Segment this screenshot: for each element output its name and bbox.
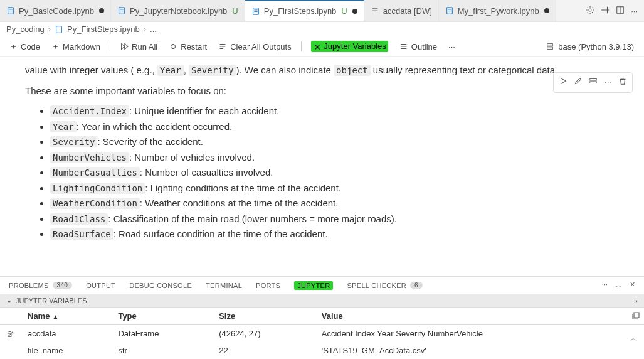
panel-tab-output[interactable]: OUTPUT — [86, 282, 115, 289]
edit-icon[interactable] — [574, 75, 583, 90]
list-item: LightingCondition: Lighting conditions a… — [50, 181, 619, 196]
text: : Unique identifier for each accident. — [129, 105, 279, 116]
chevron-up-icon[interactable]: ︿ — [630, 333, 638, 344]
tab-basiccode[interactable]: Py_BasicCode.ipynb — [0, 0, 111, 21]
label: Clear All Outputs — [230, 42, 292, 51]
breadcrumb: Py_coding › Py_FirstSteps.ipynb › ... — [0, 22, 644, 36]
label: Jupyter Variables — [324, 41, 386, 51]
restore-icon[interactable] — [631, 310, 641, 320]
notebook-content[interactable]: ··· value with integer values ( e.g., Ye… — [0, 57, 644, 276]
add-markdown-button[interactable]: ＋Markdown — [47, 39, 105, 54]
code: Year — [157, 65, 184, 76]
table-row[interactable]: file_name str 22 'STATS19_GM_AccData.csv… — [0, 342, 644, 359]
delete-icon[interactable] — [618, 75, 627, 90]
cell-name: accdata — [21, 325, 112, 343]
code: Severity — [50, 136, 97, 147]
code: object — [334, 65, 371, 76]
label: Markdown — [63, 42, 100, 51]
vars-table: Name▲ Type Size Value accdata DataFrame … — [0, 308, 644, 359]
svg-rect-8 — [254, 11, 257, 12]
plus-icon: ＋ — [51, 41, 60, 52]
svg-rect-18 — [590, 82, 597, 83]
col-name[interactable]: Name▲ — [21, 308, 112, 325]
chevron-right-icon[interactable]: › — [635, 297, 638, 304]
dirty-dot-icon — [99, 8, 104, 13]
gear-icon[interactable] — [586, 6, 594, 16]
svg-rect-14 — [56, 26, 62, 33]
table-row[interactable]: accdata DataFrame (42624, 27) Accident I… — [0, 325, 644, 343]
tab-myfirstpywork[interactable]: My_first_Pywork.ipynb — [439, 0, 556, 21]
cell-type: DataFrame — [112, 325, 213, 343]
clear-icon — [218, 42, 227, 51]
clear-outputs-button[interactable]: Clear All Outputs — [214, 40, 296, 53]
code: RoadSurface — [50, 228, 113, 240]
paragraph: These are some important variables to fo… — [25, 84, 619, 99]
label: Run All — [132, 42, 157, 51]
restart-button[interactable]: Restart — [164, 40, 211, 53]
text: : Weather conditions at the time of the … — [140, 198, 339, 208]
more-button[interactable]: ··· — [444, 40, 460, 53]
panel-tab-terminal[interactable]: TERMINAL — [206, 282, 242, 289]
panel-tab-debug[interactable]: DEBUG CONSOLE — [129, 282, 192, 289]
label: JUPYTER — [294, 281, 333, 290]
svg-rect-4 — [120, 9, 123, 9]
label: SPELL CHECKER — [347, 282, 406, 289]
crumb[interactable]: Py_FirstSteps.ipynb — [67, 24, 140, 34]
more-icon[interactable]: ··· — [631, 6, 638, 16]
panel-tab-jupyter[interactable]: JUPYTER — [294, 281, 333, 290]
tab-firststeps[interactable]: Py_FirstSteps.ipynb U — [245, 0, 364, 21]
cell-name: file_name — [21, 342, 112, 359]
add-code-button[interactable]: ＋Code — [5, 39, 45, 54]
crumb[interactable]: ... — [150, 24, 157, 34]
close-icon[interactable]: ✕ — [630, 281, 635, 290]
kernel-picker[interactable]: base (Python 3.9.13) — [546, 42, 639, 51]
chevron-down-icon: ⌄ — [6, 296, 12, 304]
text: : Lighting conditions at the time of the… — [145, 183, 341, 193]
text: ). We can also indicate — [236, 65, 334, 75]
outline-icon — [399, 42, 408, 51]
play-all-icon — [120, 42, 129, 51]
text: : Road surface condition at the time of … — [113, 228, 328, 239]
list-item: WeatherCondition: Weather conditions at … — [50, 196, 619, 211]
more-icon[interactable]: ··· — [602, 281, 608, 290]
code: NumberCasualties — [50, 167, 140, 178]
text: value with integer values ( e.g., — [25, 65, 157, 75]
crumb[interactable]: Py_coding — [6, 24, 45, 34]
more-icon[interactable]: ··· — [604, 75, 612, 90]
chevron-up-icon[interactable]: ︿ — [615, 281, 622, 290]
vars-section-header[interactable]: ⌄ JUPYTER VARIABLES › — [0, 294, 644, 308]
label: Restart — [181, 42, 207, 51]
tab-accdata[interactable]: accdata [DW] — [364, 0, 439, 21]
text: : Year in which the accident occurred. — [77, 121, 232, 132]
svg-rect-5 — [120, 11, 123, 11]
file-icon — [6, 6, 15, 15]
open-icon[interactable] — [0, 325, 21, 343]
split-icon[interactable] — [616, 6, 625, 16]
file-icon — [117, 6, 126, 15]
dirty-dot-icon — [544, 8, 549, 13]
tab-label: Py_FirstSteps.ipynb — [264, 6, 337, 16]
col-value[interactable]: Value — [315, 308, 644, 325]
cell-toolbar: ··· — [553, 72, 633, 93]
cell-size: (42624, 27) — [213, 325, 315, 343]
run-cell-icon[interactable] — [559, 75, 567, 90]
dirty-dot-icon — [352, 9, 357, 14]
tab-actions: ··· — [579, 0, 644, 21]
panel-tab-problems[interactable]: PROBLEMS340 — [9, 282, 72, 289]
text: usually representing text or categorical… — [371, 65, 558, 75]
split-cell-icon[interactable] — [589, 75, 598, 90]
code: Road1Class — [50, 213, 108, 225]
diff-icon[interactable] — [601, 6, 610, 16]
separator — [301, 41, 302, 51]
variables-icon — [313, 43, 322, 51]
svg-rect-15 — [547, 44, 553, 46]
run-all-button[interactable]: Run All — [115, 40, 162, 53]
col-size[interactable]: Size — [213, 308, 315, 325]
jupyter-variables-button[interactable]: Jupyter Variables — [307, 39, 393, 54]
outline-button[interactable]: Outline — [395, 40, 441, 53]
col-type[interactable]: Type — [112, 308, 213, 325]
panel-tab-spell[interactable]: SPELL CHECKER6 — [347, 282, 422, 289]
tab-jupyternotebook[interactable]: Py_JupyterNotebook.ipynb U — [111, 0, 245, 21]
paragraph: value with integer values ( e.g., Year, … — [25, 63, 619, 78]
panel-tab-ports[interactable]: PORTS — [256, 282, 280, 289]
